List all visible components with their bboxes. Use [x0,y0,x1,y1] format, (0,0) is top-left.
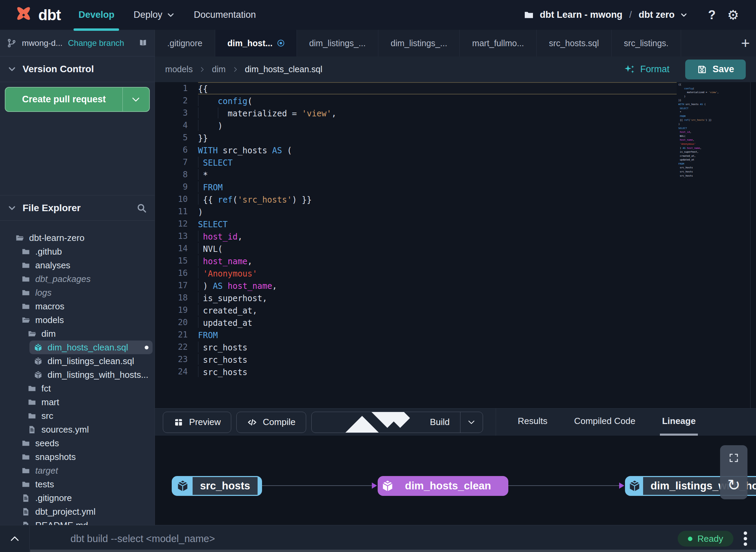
file-tab-label: dim_listings_... [309,38,366,48]
code-line[interactable]: SELECT [198,218,677,230]
tree-item-seeds[interactable]: seeds [17,436,153,450]
file-tab[interactable]: dim_listings_... [378,30,460,56]
code-line[interactable]: ) [198,205,677,218]
docs-book-icon[interactable] [138,38,148,48]
tree-item--gitignore[interactable]: .gitignore [17,491,153,505]
tree-item-models[interactable]: models [17,313,153,327]
minimap-line: src_hosts [678,174,748,178]
tree-item-fct[interactable]: fct [23,382,153,395]
compile-button[interactable]: Compile [236,412,306,433]
tree-item-sources-yml[interactable]: sources.yml [23,423,153,436]
indent-guide [198,305,198,316]
collapse-panel-button[interactable] [0,525,30,552]
tree-item--github[interactable]: .github [17,245,153,258]
save-button[interactable]: Save [685,60,746,79]
result-tab-results[interactable]: Results [516,409,550,436]
nav-left: dbt DevelopDeployDocumentation [0,0,275,30]
code-line[interactable]: {{ ref('src_hosts') }} [198,193,677,205]
tree-item-tests[interactable]: tests [17,477,153,491]
build-main[interactable]: Build [312,412,460,433]
minimap-line: {{ [678,83,748,87]
search-icon[interactable] [136,203,147,214]
tree-item-dbt-packages[interactable]: dbt_packages [17,272,153,286]
change-branch-link[interactable]: Change branch [68,38,124,48]
code-line[interactable]: ) [198,119,677,131]
code-line[interactable]: updated_at [198,316,677,329]
code-line[interactable]: materialized = 'view', [198,107,677,119]
code-line[interactable]: 'Anonymous' [198,267,677,279]
tree-item-dim-hosts-clean-sql[interactable]: dim_hosts_clean.sql [29,341,153,354]
code-line[interactable]: FROM [198,181,677,193]
tree-item-mart[interactable]: mart [23,395,153,409]
tree-item-target[interactable]: target [17,464,153,477]
code-line[interactable]: * [198,168,677,181]
file-tab[interactable]: src_hosts.sql [537,30,612,56]
code-line[interactable]: SELECT [198,156,677,168]
code-line[interactable]: }} [198,131,677,144]
create-pr-dropdown[interactable] [122,88,149,111]
minimap-line: created_at, [678,154,748,158]
tree-item-logs[interactable]: logs [17,286,153,299]
code-line[interactable]: {{ [198,82,677,94]
tree-item-readme-md[interactable]: README.md [17,518,153,525]
result-tab-compiled-code[interactable]: Compiled Code [572,409,637,436]
lineage-node-label: src_hosts [193,477,258,495]
build-dropdown[interactable] [460,412,483,433]
tree-item-analyses[interactable]: analyses [17,258,153,272]
minimap[interactable]: {{ config( materialized = 'view', )}}WIT… [678,83,748,178]
nav-item-develop[interactable]: Develop [78,0,114,30]
command-input[interactable] [30,533,678,544]
nav-item-documentation[interactable]: Documentation [194,0,256,30]
create-pull-request-button[interactable]: Create pull request [5,87,150,112]
file-tab[interactable]: dim_listings_... [297,30,378,56]
code-area[interactable]: {{ config( materialized = 'view', )}}WIT… [198,82,756,408]
new-tab-button[interactable]: + [735,30,756,56]
file-explorer-header[interactable]: File Explorer [0,195,155,221]
tree-item-snapshots[interactable]: snapshots [17,450,153,464]
refresh-icon[interactable]: ↻ [727,477,741,493]
fullscreen-icon[interactable] [728,452,740,464]
code-line[interactable]: is_superhost, [198,292,677,304]
tree-item-src[interactable]: src [23,409,153,423]
tree-item-dim-listings-with-hosts-[interactable]: dim_listings_with_hosts... [29,368,153,382]
format-button[interactable]: Format [624,64,669,75]
file-tab[interactable]: src_listings. [612,30,681,56]
project-switcher[interactable]: dbt Learn - mwong / dbt zero [523,10,688,21]
code-line[interactable]: FROM [198,329,677,341]
tree-item-dbt-project-yml[interactable]: dbt_project.yml [17,505,153,518]
preview-grid-icon [173,417,184,427]
gear-icon[interactable]: ⚙ [727,9,740,22]
lineage-panel[interactable]: ↻ src_hostsdim_hosts_cleandim_listings_w… [155,436,756,525]
tree-item-macros[interactable]: macros [17,299,153,313]
code-line[interactable]: host_id, [198,230,677,242]
help-button[interactable]: ? [708,8,716,22]
tree-item-dim-listings-clean-sql[interactable]: dim_listings_clean.sql [29,354,153,368]
lineage-node-dim_hosts_clean[interactable]: dim_hosts_clean [378,476,508,496]
file-tab[interactable]: .gitignore [155,30,215,56]
dbt-brand[interactable]: dbt [0,5,78,25]
nav-item-deploy[interactable]: Deploy [133,0,174,30]
project-separator: / [629,10,632,20]
tree-item-dim[interactable]: dim [23,327,153,341]
tree-item: fct [0,382,155,395]
file-tab[interactable]: mart_fullmo... [460,30,536,56]
code-line[interactable]: config( [198,94,677,107]
code-line[interactable]: src_hosts [198,365,677,378]
preview-button[interactable]: Preview [163,412,231,433]
code-line[interactable]: NVL( [198,242,677,255]
code-editor[interactable]: 123456789101112131415161718192021222324 … [155,82,756,408]
code-line[interactable]: WITH src_hosts AS ( [198,144,677,156]
tree-item-dbt-learn-zero[interactable]: dbt-learn-zero [11,231,153,245]
version-control-header[interactable]: Version Control [0,56,155,82]
lineage-node-src_hosts[interactable]: src_hosts [172,476,262,496]
code-line[interactable]: ) AS host_name, [198,279,677,292]
kebab-menu-icon[interactable] [742,530,748,547]
file-tab[interactable]: dim_host... [215,30,297,56]
minimap-line: config( [678,87,748,91]
code-line[interactable]: src_hosts [198,341,677,353]
code-line[interactable]: src_hosts [198,353,677,365]
code-line[interactable]: host_name, [198,255,677,267]
build-button[interactable]: Build [311,412,483,433]
result-tab-lineage[interactable]: Lineage [660,409,698,436]
code-line[interactable]: created_at, [198,304,677,316]
